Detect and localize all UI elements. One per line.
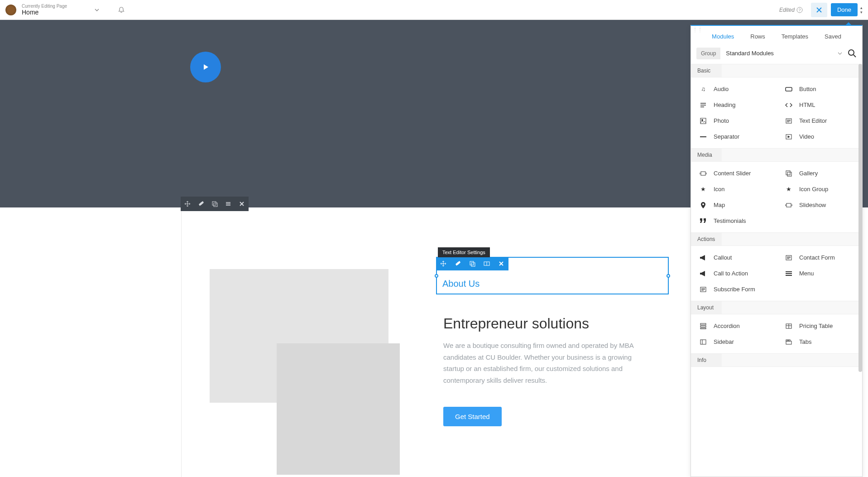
- search-icon: [848, 49, 857, 58]
- module-sidebar[interactable]: Sidebar: [691, 334, 777, 350]
- svg-rect-13: [701, 172, 705, 175]
- right-column[interactable]: Text Editor Settings About Us Entreprene…: [435, 207, 678, 477]
- page-dropdown-toggle[interactable]: [94, 7, 100, 13]
- module-photo[interactable]: Photo: [691, 113, 777, 129]
- module-content-slider[interactable]: Content Slider: [691, 165, 777, 181]
- panel-filter: Group Standard Modules: [691, 47, 862, 64]
- star-icon: ★: [699, 186, 707, 193]
- module-column-button[interactable]: [480, 257, 494, 270]
- module-tabs[interactable]: Tabs: [777, 334, 862, 350]
- search-button[interactable]: [848, 49, 857, 58]
- module-button[interactable]: Button: [777, 81, 862, 97]
- svg-rect-8: [786, 87, 792, 91]
- module-callout[interactable]: Callout: [691, 250, 777, 265]
- row-delete-button[interactable]: [235, 197, 249, 211]
- text-editor-icon: [785, 118, 793, 124]
- module-slideshow[interactable]: Slideshow: [777, 197, 862, 213]
- tab-templates[interactable]: Templates: [782, 33, 808, 40]
- notifications-icon[interactable]: [118, 6, 125, 14]
- content-slider-icon: [699, 171, 707, 176]
- module-move-handle[interactable]: [436, 257, 451, 270]
- svg-point-7: [849, 50, 854, 55]
- left-column[interactable]: [182, 207, 435, 477]
- cta-button[interactable]: Get Started: [443, 407, 502, 426]
- panel-body: Basic ♫Audio Button Heading HTML Photo T…: [691, 64, 862, 477]
- about-heading[interactable]: About Us: [442, 279, 662, 289]
- group-media-header: Media: [691, 149, 722, 161]
- module-duplicate-button[interactable]: [465, 257, 480, 270]
- tab-saved[interactable]: Saved: [825, 33, 841, 40]
- module-gallery[interactable]: Gallery: [777, 165, 862, 181]
- filter-group-select[interactable]: Standard Modules: [724, 47, 844, 59]
- filter-selected-value: Standard Modules: [726, 50, 774, 57]
- tab-rows[interactable]: Rows: [750, 33, 765, 40]
- slideshow-icon: [785, 203, 793, 207]
- html-icon: [785, 102, 793, 108]
- editing-context: Currently Editing Page Home: [22, 4, 67, 16]
- panel-tabs: Modules Rows Templates Saved: [691, 26, 862, 47]
- module-text-editor[interactable]: Text Editor: [777, 113, 862, 129]
- close-panel-button[interactable]: [811, 3, 827, 17]
- module-pricing-table[interactable]: Pricing Table: [777, 318, 862, 334]
- chevron-down-icon: [838, 51, 842, 56]
- module-separator[interactable]: Separator: [691, 129, 777, 145]
- svg-rect-5: [471, 263, 475, 266]
- table-icon: [785, 323, 793, 329]
- row-toolbar: [181, 197, 249, 211]
- tab-modules[interactable]: Modules: [712, 33, 734, 40]
- editing-label: Currently Editing Page: [22, 4, 67, 9]
- module-html[interactable]: HTML: [777, 97, 862, 113]
- group-layout-header: Layout: [691, 301, 722, 314]
- module-audio[interactable]: ♫Audio: [691, 81, 777, 97]
- panel-drag-handle[interactable]: ⋮⋮⋮⋮: [693, 28, 703, 31]
- svg-rect-25: [786, 340, 788, 341]
- module-contact-form[interactable]: Contact Form: [777, 250, 862, 265]
- panel-scrollbar[interactable]: [858, 64, 862, 372]
- play-button[interactable]: [190, 52, 221, 82]
- module-cta[interactable]: Call to Action: [691, 265, 777, 281]
- module-testimonials[interactable]: Testimonials: [691, 213, 777, 229]
- done-dropdown-toggle[interactable]: ▴▾: [860, 5, 863, 14]
- sidebar-icon: [699, 339, 707, 345]
- audio-icon: ♫: [699, 86, 707, 92]
- module-map[interactable]: Map: [691, 197, 777, 213]
- photo-placeholder-2[interactable]: [277, 343, 400, 475]
- module-menu[interactable]: Menu: [777, 265, 862, 281]
- row-settings-button[interactable]: [194, 197, 208, 211]
- filter-group-label: Group: [696, 48, 720, 59]
- text-editor-module-selected[interactable]: About Us: [436, 257, 669, 294]
- edited-status: Edited: [779, 7, 795, 13]
- module-video[interactable]: Video: [777, 129, 862, 145]
- resize-handle-left[interactable]: [435, 274, 438, 278]
- body-text[interactable]: We are a boutique consulting firm owned …: [443, 340, 646, 386]
- svg-rect-3: [214, 203, 217, 207]
- quote-icon: [699, 218, 707, 224]
- module-settings-button[interactable]: [451, 257, 465, 270]
- row-move-handle[interactable]: [181, 197, 194, 211]
- svg-rect-26: [788, 340, 790, 341]
- done-button[interactable]: Done: [831, 3, 858, 16]
- module-heading[interactable]: Heading: [691, 97, 777, 113]
- main-heading[interactable]: Entrepreneur solutions: [443, 315, 589, 332]
- module-delete-button[interactable]: [494, 257, 508, 270]
- module-icon-group[interactable]: ★Icon Group: [777, 181, 862, 197]
- content-row[interactable]: Text Editor Settings About Us Entreprene…: [181, 207, 678, 477]
- map-pin-icon: [699, 202, 707, 208]
- svg-rect-23: [700, 340, 706, 344]
- module-subscribe[interactable]: Subscribe Form: [691, 281, 777, 297]
- row-duplicate-button[interactable]: [208, 197, 221, 211]
- svg-rect-21: [700, 328, 706, 329]
- group-basic-header: Basic: [691, 64, 722, 77]
- bullhorn-icon: [699, 271, 707, 276]
- resize-handle-right[interactable]: [667, 274, 670, 278]
- svg-rect-19: [700, 323, 706, 325]
- separator-icon: [699, 136, 707, 138]
- tabs-icon: [785, 339, 793, 345]
- row-columns-button[interactable]: [221, 197, 235, 211]
- svg-rect-24: [786, 341, 791, 344]
- svg-rect-15: [787, 172, 791, 176]
- help-icon[interactable]: ?: [796, 7, 803, 13]
- panel-pointer: [845, 22, 852, 26]
- module-accordion[interactable]: Accordion: [691, 318, 777, 334]
- module-icon[interactable]: ★Icon: [691, 181, 777, 197]
